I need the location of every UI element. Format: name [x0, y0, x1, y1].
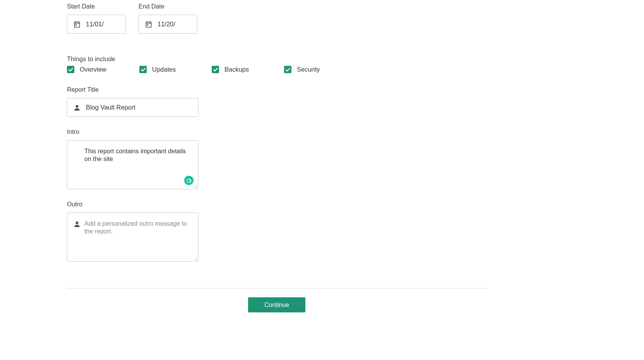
user-icon	[73, 103, 81, 112]
checkbox-security[interactable]: Security	[284, 66, 356, 73]
intro-textarea-wrap[interactable]	[67, 140, 199, 189]
intro-label: Intro	[67, 129, 487, 135]
report-title-input[interactable]	[86, 104, 194, 111]
continue-button[interactable]: Continue	[248, 297, 305, 312]
report-title-label: Report Title	[67, 86, 487, 93]
checkbox-overview[interactable]: Overview	[67, 66, 139, 73]
intro-textarea[interactable]	[84, 147, 190, 182]
checkbox-icon	[284, 66, 291, 73]
checkbox-updates[interactable]: Updates	[139, 66, 212, 73]
svg-line-4	[195, 186, 197, 188]
outro-textarea-wrap[interactable]	[67, 213, 199, 262]
checkbox-label: Updates	[152, 66, 176, 73]
checkbox-icon	[212, 66, 219, 73]
things-to-include-label: Things to include	[67, 55, 487, 63]
svg-line-5	[197, 187, 197, 188]
svg-line-9	[197, 260, 197, 261]
end-date-label: End Date	[139, 3, 197, 10]
end-date-input[interactable]	[158, 21, 239, 28]
intro-field: Intro	[67, 129, 487, 189]
checkbox-label: Overview	[80, 66, 106, 73]
checkbox-icon	[139, 66, 147, 73]
calendar-icon	[73, 20, 81, 29]
start-date-input-wrap[interactable]	[67, 15, 126, 34]
checkbox-backups[interactable]: Backups	[212, 66, 284, 73]
svg-line-3	[194, 184, 197, 188]
report-title-field: Report Title	[67, 86, 487, 117]
svg-line-8	[195, 258, 197, 261]
outro-label: Outro	[67, 201, 487, 208]
user-icon	[73, 220, 81, 228]
outro-textarea[interactable]	[84, 220, 190, 254]
checkbox-label: Backups	[224, 66, 249, 73]
end-date-input-wrap[interactable]	[139, 15, 197, 34]
checkbox-icon	[67, 66, 74, 73]
report-title-input-wrap[interactable]	[67, 98, 199, 117]
svg-rect-1	[147, 24, 148, 26]
divider	[67, 288, 487, 288]
start-date-field: Start Date	[67, 3, 126, 34]
calendar-icon	[144, 20, 153, 29]
checkbox-label: Security	[297, 66, 320, 73]
things-to-include-group: Overview Updates Backups Security	[67, 66, 487, 73]
svg-rect-0	[75, 24, 77, 26]
resize-handle-icon	[192, 255, 198, 261]
start-date-label: Start Date	[67, 3, 126, 10]
svg-line-7	[194, 257, 197, 261]
end-date-field: End Date	[139, 3, 197, 34]
svg-point-2	[76, 105, 79, 108]
outro-field: Outro	[67, 201, 487, 262]
svg-point-6	[76, 221, 79, 224]
resize-handle-icon	[192, 183, 198, 189]
